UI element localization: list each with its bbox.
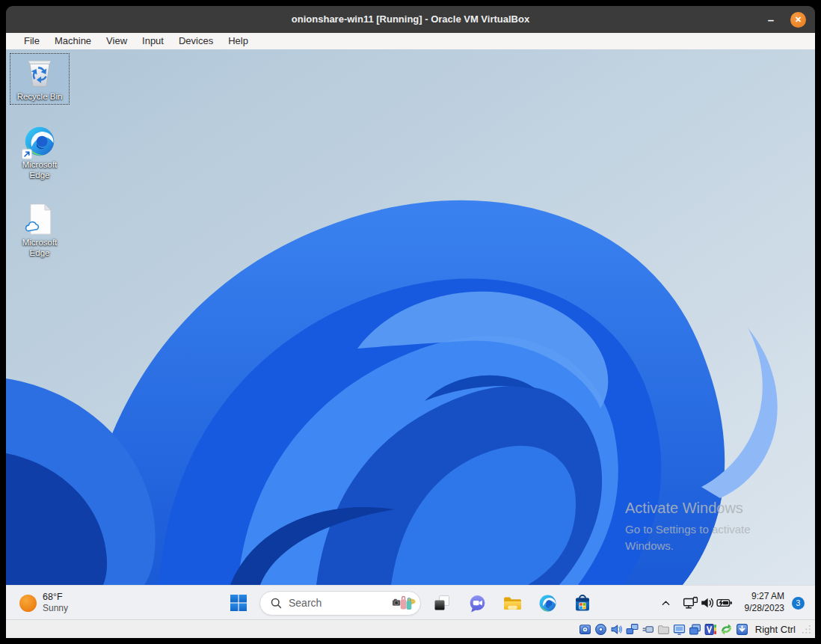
chat-button[interactable]: [463, 588, 491, 618]
mouse-integration-icon: [720, 623, 733, 636]
hard-disk-icon: [579, 623, 591, 636]
windows-taskbar: 68°F Sunny: [6, 585, 815, 619]
volume-icon: [700, 596, 715, 610]
window-title: onionshare-win11 [Running] - Oracle VM V…: [6, 6, 815, 33]
audio-icon: [610, 623, 623, 636]
desktop-icon-recycle-bin[interactable]: Recycle Bin: [10, 54, 69, 104]
tray-time: 9:27 AM: [745, 591, 784, 603]
menu-devices[interactable]: Devices: [171, 33, 221, 49]
network-indicator[interactable]: [625, 622, 639, 637]
cloud-file-icon: [24, 202, 55, 236]
audio-indicator[interactable]: [609, 622, 624, 637]
start-button[interactable]: [224, 588, 253, 618]
tray-date: 9/28/2023: [745, 603, 784, 615]
optical-drives-indicator[interactable]: [594, 622, 608, 637]
weather-temperature: 68°F: [43, 591, 68, 603]
search-highlight-travel-icon[interactable]: [392, 595, 416, 612]
system-tray: 9:27 AM 9/28/2023 3: [657, 586, 805, 620]
watermark-line2: Windows.: [625, 538, 751, 554]
search-input[interactable]: [289, 597, 386, 609]
vm-features-indicator[interactable]: [704, 622, 718, 637]
usb-indicator[interactable]: [641, 622, 655, 637]
tray-status-group[interactable]: [683, 596, 733, 610]
sun-icon: [19, 595, 37, 612]
chat-icon: [468, 594, 487, 613]
keyboard-icon: [736, 623, 748, 636]
shared-folders-indicator[interactable]: [657, 622, 671, 637]
task-view-icon: [433, 594, 451, 612]
titlebar[interactable]: onionshare-win11 [Running] - Oracle VM V…: [6, 6, 815, 33]
desktop-icon-list: Recycle Bin Microsoft Edge Microsoft Edg…: [10, 54, 69, 260]
notification-count: 3: [796, 598, 801, 607]
host-key-label: Right Ctrl: [755, 624, 796, 635]
keyboard-capture-indicator[interactable]: [735, 622, 749, 637]
weather-condition: Sunny: [43, 603, 68, 615]
network-adapters-icon: [626, 623, 639, 636]
task-view-button[interactable]: [428, 588, 456, 618]
store-icon: [574, 593, 591, 613]
menubar: File Machine View Input Devices Help: [6, 33, 815, 49]
menu-file[interactable]: File: [16, 33, 47, 49]
virtualbox-window: onionshare-win11 [Running] - Oracle VM V…: [6, 6, 815, 638]
microsoft-store-button[interactable]: [568, 588, 597, 618]
search-icon: [270, 597, 283, 610]
taskbar-center-group: [224, 586, 597, 620]
recording-indicator[interactable]: [688, 622, 702, 637]
folder-icon: [502, 594, 523, 613]
edge-logo-icon: [538, 594, 557, 613]
menu-view[interactable]: View: [99, 33, 135, 49]
desktop-surface[interactable]: Recycle Bin Microsoft Edge Microsoft Edg…: [6, 49, 815, 585]
display-indicator[interactable]: [672, 622, 686, 637]
optical-disc-icon: [594, 623, 607, 636]
taskbar-search-box[interactable]: [259, 591, 421, 616]
menu-help[interactable]: Help: [221, 33, 256, 49]
shortcut-arrow-icon: [22, 149, 32, 159]
close-button[interactable]: ✕: [790, 12, 806, 28]
tray-overflow-button[interactable]: [657, 589, 675, 616]
widgets-weather-button[interactable]: 68°F Sunny: [15, 586, 73, 620]
window-controls: – ✕: [763, 6, 806, 33]
minimize-button[interactable]: –: [763, 13, 778, 26]
edge-browser-button[interactable]: [533, 588, 562, 618]
screenshot-frame: onionshare-win11 [Running] - Oracle VM V…: [0, 0, 821, 644]
battery-charging-icon: [716, 596, 733, 610]
recycle-bin-icon: [22, 56, 57, 91]
resize-grip[interactable]: [802, 623, 812, 635]
desktop-icon-label: Recycle Bin: [17, 92, 63, 102]
close-icon: ✕: [795, 15, 802, 25]
shared-folder-icon: [657, 623, 670, 636]
network-icon: [683, 596, 698, 610]
features-icon: [704, 623, 717, 636]
file-explorer-button[interactable]: [498, 588, 526, 618]
watermark-title: Activate Windows: [625, 500, 751, 517]
desktop-icon-microsoft-edge[interactable]: Microsoft Edge: [10, 122, 69, 183]
chevron-up-icon: [660, 598, 671, 609]
notification-badge[interactable]: 3: [792, 597, 805, 610]
hard-disks-indicator[interactable]: [578, 622, 592, 637]
desktop-icon-microsoft-edge-cloud-file[interactable]: Microsoft Edge: [10, 200, 69, 260]
windows-logo-icon: [230, 594, 247, 612]
activate-windows-watermark: Activate Windows Go to Settings to activ…: [625, 500, 751, 554]
clock-button[interactable]: 9:27 AM 9/28/2023: [745, 591, 784, 614]
menu-input[interactable]: Input: [135, 33, 171, 49]
mouse-integration-indicator[interactable]: [719, 622, 734, 637]
virtualbox-statusbar: Right Ctrl: [6, 619, 815, 638]
recording-icon: [689, 623, 701, 636]
usb-icon: [642, 623, 654, 636]
desktop-icon-label: Microsoft Edge: [12, 238, 67, 259]
display-icon: [673, 623, 686, 636]
desktop-icon-label: Microsoft Edge: [12, 160, 67, 181]
menu-machine[interactable]: Machine: [47, 33, 99, 49]
watermark-line1: Go to Settings to activate: [625, 521, 751, 538]
